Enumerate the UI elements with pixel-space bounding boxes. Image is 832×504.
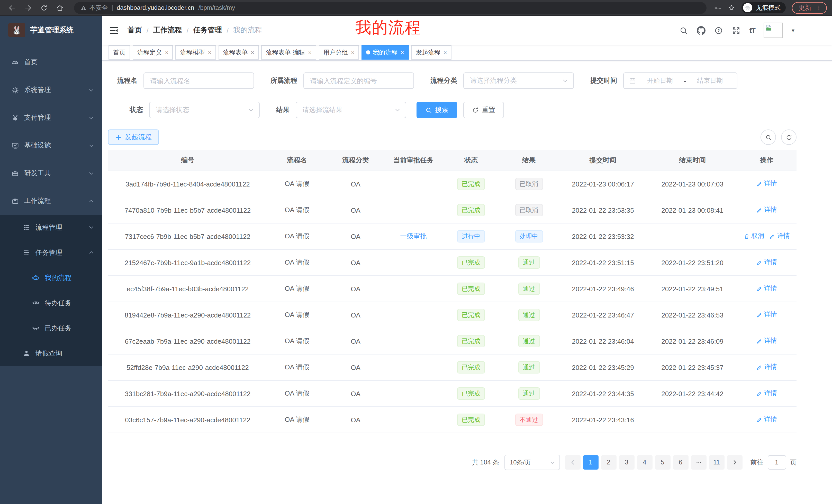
- sidebar-item-支付管理[interactable]: 支付管理: [0, 104, 102, 132]
- process-name-input[interactable]: [144, 73, 254, 89]
- chrome-menu-icon[interactable]: [815, 4, 822, 11]
- gear-icon: [11, 86, 19, 94]
- monitor-icon: [11, 142, 19, 149]
- calendar-icon: [629, 77, 636, 84]
- sidebar-item-流程管理[interactable]: 流程管理: [0, 215, 102, 240]
- prev-page-button[interactable]: [565, 455, 580, 470]
- user-icon: [23, 349, 30, 357]
- breadcrumb-item: 我的流程: [233, 26, 262, 35]
- tag-view-流程定义[interactable]: 流程定义×: [133, 45, 173, 60]
- avatar[interactable]: [764, 23, 783, 38]
- toggle-search-button[interactable]: [760, 130, 776, 145]
- task-link[interactable]: 一级审批: [400, 232, 427, 240]
- result-select[interactable]: 请选择流结果: [296, 102, 406, 118]
- detail-link[interactable]: 详情: [756, 284, 777, 293]
- breadcrumb-item[interactable]: 首页: [128, 26, 142, 35]
- cell-category: OA: [327, 354, 385, 381]
- page-button-4[interactable]: 4: [637, 455, 652, 470]
- bookmark-star-icon[interactable]: [728, 4, 735, 11]
- detail-link[interactable]: 详情: [756, 337, 777, 345]
- breadcrumb-item[interactable]: 工作流程: [153, 26, 182, 35]
- category-select[interactable]: 请选择流程分类: [463, 73, 574, 89]
- tab-label: 流程定义: [137, 48, 162, 57]
- detail-link[interactable]: 详情: [756, 179, 777, 188]
- cell-actions: 详情: [737, 302, 797, 328]
- page-button-2[interactable]: 2: [601, 455, 616, 470]
- tag-view-发起流程[interactable]: 发起流程×: [411, 45, 451, 60]
- date-range-picker[interactable]: 开始日期 - 结束日期: [623, 73, 737, 89]
- detail-link[interactable]: 详情: [756, 206, 777, 215]
- page-button-3[interactable]: 3: [619, 455, 634, 470]
- detail-link[interactable]: 详情: [756, 258, 777, 267]
- page-button-6[interactable]: 6: [673, 455, 688, 470]
- page-button-11[interactable]: 11: [709, 455, 724, 470]
- sidebar-item-已办任务[interactable]: 已办任务: [0, 315, 102, 341]
- close-icon[interactable]: ×: [165, 49, 168, 55]
- sidebar-item-系统管理[interactable]: 系统管理: [0, 76, 102, 104]
- page-button-1[interactable]: 1: [583, 455, 598, 470]
- close-icon[interactable]: ×: [400, 49, 404, 55]
- detail-link[interactable]: 详情: [756, 389, 777, 398]
- address-bar[interactable]: 不安全 dashboard.yudao.iocoder.cn/bpm/task/…: [74, 2, 706, 13]
- font-size-icon[interactable]: tT: [750, 26, 755, 34]
- cancel-link[interactable]: 取消: [744, 232, 764, 241]
- chrome-update-button[interactable]: 更新: [792, 2, 827, 13]
- sidebar-item-首页[interactable]: 首页: [0, 48, 102, 76]
- cell-end-time: 2022-01-22 23:46:53: [648, 302, 737, 328]
- browser-home-icon[interactable]: [56, 4, 64, 11]
- detail-link[interactable]: 详情: [756, 311, 777, 319]
- search-button[interactable]: 搜索: [417, 102, 457, 118]
- password-key-icon[interactable]: [714, 4, 722, 11]
- browser-reload-icon[interactable]: [40, 4, 48, 11]
- tag-view-用户分组[interactable]: 用户分组×: [319, 45, 359, 60]
- goto-page-input[interactable]: [768, 455, 786, 470]
- table-row: ec45f38f-7b9a-11ec-b03b-acde48001122OA 请…: [108, 276, 797, 302]
- filter-result-label: 结果: [276, 105, 289, 115]
- sidebar-item-任务管理[interactable]: 任务管理: [0, 240, 102, 265]
- page-size-select[interactable]: 10条/页: [504, 455, 560, 470]
- result-badge: 通过: [518, 361, 540, 373]
- process-definition-input[interactable]: [303, 73, 414, 89]
- tag-view-我的流程[interactable]: 我的流程×: [362, 45, 409, 60]
- hamburger-icon[interactable]: [109, 25, 119, 35]
- more-pages-button[interactable]: [691, 455, 706, 470]
- create-process-button[interactable]: 发起流程: [108, 130, 159, 145]
- github-icon[interactable]: [697, 26, 706, 35]
- close-icon[interactable]: ×: [251, 49, 254, 55]
- detail-link[interactable]: 详情: [756, 363, 777, 372]
- next-page-button[interactable]: [727, 455, 742, 470]
- status-select[interactable]: 请选择状态: [149, 102, 260, 118]
- close-icon[interactable]: ×: [351, 49, 355, 55]
- reset-button[interactable]: 重置: [463, 102, 504, 118]
- tag-view-流程模型[interactable]: 流程模型×: [176, 45, 216, 60]
- detail-link[interactable]: 详情: [756, 415, 777, 424]
- browser-forward-icon[interactable]: [24, 4, 32, 11]
- sidebar-item-待办任务[interactable]: 待办任务: [0, 290, 102, 315]
- sidebar-item-基础设施[interactable]: 基础设施: [0, 132, 102, 159]
- chevron-down-icon: [88, 87, 94, 93]
- sidebar-item-工作流程[interactable]: 工作流程: [0, 187, 102, 215]
- sidebar-item-我的流程[interactable]: 我的流程: [0, 265, 102, 290]
- tag-view-流程表单-编辑[interactable]: 流程表单-编辑×: [261, 45, 316, 60]
- chevron-up-icon: [88, 250, 94, 255]
- cell-status: 已完成: [442, 407, 500, 433]
- close-icon[interactable]: ×: [208, 49, 211, 55]
- tag-view-流程表单[interactable]: 流程表单×: [218, 45, 259, 60]
- help-icon[interactable]: ?: [714, 26, 723, 35]
- goto-label: 前往: [751, 458, 763, 467]
- refresh-table-button[interactable]: [781, 130, 797, 145]
- close-icon[interactable]: ×: [443, 49, 447, 55]
- detail-link[interactable]: 详情: [769, 232, 790, 241]
- user-caret-down-icon[interactable]: ▾: [791, 27, 795, 34]
- sidebar-item-研发工具[interactable]: 研发工具: [0, 159, 102, 187]
- close-icon[interactable]: ×: [308, 49, 312, 55]
- tag-view-首页[interactable]: 首页: [108, 45, 130, 60]
- robot-icon: [32, 274, 40, 282]
- browser-back-icon[interactable]: [8, 4, 16, 11]
- page-button-5[interactable]: 5: [655, 455, 670, 470]
- header-search-icon[interactable]: [679, 26, 688, 35]
- fullscreen-icon[interactable]: [732, 26, 741, 35]
- cell-actions: 详情: [737, 171, 797, 197]
- breadcrumb-item[interactable]: 任务管理: [193, 26, 222, 35]
- sidebar-item-请假查询[interactable]: 请假查询: [0, 341, 102, 366]
